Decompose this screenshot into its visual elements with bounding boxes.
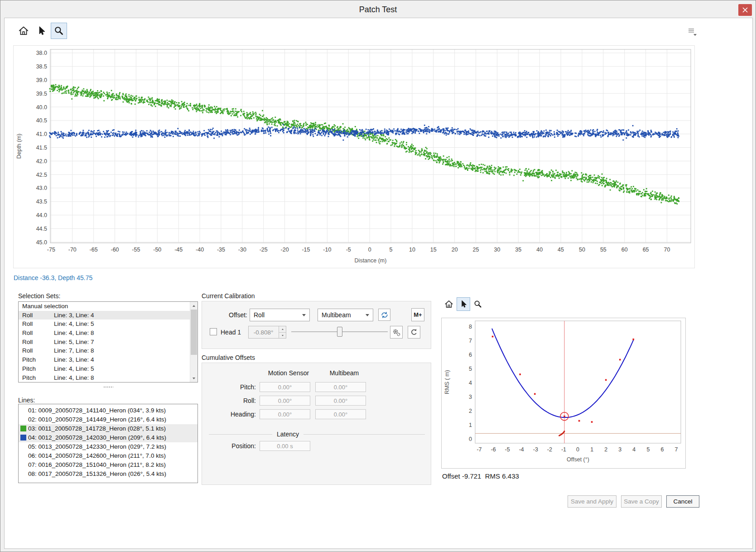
- chart-options-button[interactable]: [687, 27, 698, 37]
- selection-set-lines: Line: 4, Line: 8: [54, 329, 94, 338]
- rms-chart[interactable]: 012345678-7-6-5-4-3-2-101234567Offset (°…: [441, 318, 686, 469]
- position-latency-field: 0.00 s: [260, 441, 310, 451]
- line-item[interactable]: 01: 0009_20050728_141140_Heron (034°, 3.…: [19, 406, 197, 415]
- svg-text:20: 20: [452, 247, 458, 253]
- head-offset-spinbox[interactable]: -0.808°: [248, 326, 286, 339]
- pitch-motion-sensor-field: 0.00°: [260, 382, 310, 392]
- line-item[interactable]: 02: 0010_20050728_141449_Heron (216°, 6.…: [19, 415, 197, 424]
- selection-set-item[interactable]: RollLine: 4, Line: 5: [19, 320, 190, 329]
- home-button[interactable]: [15, 23, 32, 39]
- selection-set-item[interactable]: PitchLine: 4, Line: 8: [19, 373, 190, 383]
- svg-text:6: 6: [661, 446, 664, 453]
- svg-text:43.5: 43.5: [36, 199, 47, 205]
- home-icon: [18, 25, 29, 37]
- selection-set-item[interactable]: RollLine: 3, Line: 4: [19, 311, 190, 320]
- settings-button[interactable]: [390, 326, 403, 339]
- selection-set-type: Manual selection: [22, 302, 68, 311]
- triangle-down-icon: [193, 378, 195, 379]
- line-item[interactable]: 03: 0011_20050728_141728_Heron (028°, 5.…: [19, 424, 197, 433]
- line-item[interactable]: 06: 0014_20050728_142600_Heron (211°, 7.…: [19, 451, 197, 460]
- selection-sets-list[interactable]: Manual selectionRollLine: 3, Line: 4Roll…: [18, 301, 198, 383]
- svg-text:6: 6: [469, 352, 472, 358]
- selection-sets-rows: Manual selectionRollLine: 3, Line: 4Roll…: [19, 302, 190, 382]
- slider-thumb[interactable]: [337, 327, 342, 337]
- svg-text:3: 3: [469, 394, 472, 400]
- memory-add-button[interactable]: M+: [411, 308, 424, 321]
- depth-profile-chart[interactable]: 38.038.539.039.540.040.541.041.542.042.5…: [13, 45, 695, 268]
- svg-text:1: 1: [590, 446, 593, 453]
- triangle-up-icon: [282, 329, 284, 330]
- magnifier-icon: [473, 299, 483, 309]
- svg-text:-60: -60: [111, 247, 119, 253]
- svg-text:40: 40: [536, 247, 543, 253]
- head1-checkbox[interactable]: [210, 328, 217, 335]
- svg-text:-3: -3: [533, 446, 538, 453]
- svg-text:Distance (m): Distance (m): [355, 257, 387, 264]
- selection-set-item[interactable]: RollLine: 5, Line: 7: [19, 338, 190, 347]
- splitter-grip[interactable]: [103, 386, 113, 388]
- undo-icon: [409, 328, 419, 337]
- svg-text:45.0: 45.0: [36, 239, 47, 246]
- offset-target-value: Multibeam: [322, 311, 351, 319]
- rms-pointer-tool-button[interactable]: [457, 297, 470, 311]
- selection-set-item[interactable]: PitchLine: 4, Line: 5: [19, 364, 190, 373]
- offset-target-combobox[interactable]: Multibeam: [318, 309, 373, 321]
- selection-set-item[interactable]: Manual selection: [19, 302, 190, 311]
- line-item[interactable]: 05: 0013_20050728_142330_Heron (029°, 7.…: [19, 442, 197, 451]
- line-item[interactable]: 04: 0012_20050728_142030_Heron (209°, 6.…: [19, 433, 197, 442]
- selection-set-item[interactable]: RollLine: 4, Line: 8: [19, 329, 190, 338]
- rms-home-button[interactable]: [442, 297, 456, 311]
- latency-separator: Latency: [209, 431, 425, 438]
- selection-set-item[interactable]: PitchLine: 3, Line: 4: [19, 355, 190, 364]
- svg-text:3: 3: [618, 446, 621, 453]
- line-color-swatch: [20, 426, 26, 431]
- magnifier-icon: [53, 25, 65, 37]
- svg-text:-35: -35: [217, 247, 225, 253]
- depth-profile-plot: 38.038.539.039.540.040.541.041.542.042.5…: [14, 46, 694, 268]
- dialog-content: 38.038.539.039.540.040.541.041.542.042.5…: [4, 18, 753, 549]
- scroll-thumb[interactable]: [191, 310, 197, 355]
- offset-label: Offset:: [209, 311, 247, 319]
- rms-zoom-tool-button[interactable]: [471, 297, 485, 311]
- multibeam-column-header: Multibeam: [319, 369, 370, 377]
- save-a-copy-button[interactable]: Save a Copy: [621, 495, 662, 508]
- line-item-label: 02: 0010_20050728_141449_Heron (216°, 6.…: [28, 416, 166, 423]
- svg-text:-7: -7: [477, 446, 482, 453]
- motion-sensor-column-header: Motion Sensor: [263, 369, 314, 377]
- gears-icon: [391, 327, 401, 337]
- pointer-tool-button[interactable]: [33, 23, 49, 39]
- pitch-row: Pitch: 0.00° 0.00°: [209, 380, 371, 394]
- undo-button[interactable]: [408, 326, 420, 339]
- svg-text:38.5: 38.5: [36, 63, 47, 70]
- scroll-up-button[interactable]: [190, 302, 197, 310]
- offset-type-combobox[interactable]: Roll: [250, 309, 310, 321]
- svg-text:41.0: 41.0: [36, 131, 47, 137]
- line-item[interactable]: 08: 0017_20050728_151326_Heron (026°, 5.…: [19, 470, 197, 479]
- spin-up-button[interactable]: [279, 326, 286, 332]
- svg-text:44.5: 44.5: [36, 226, 47, 232]
- spin-down-button[interactable]: [279, 332, 286, 338]
- zoom-tool-button[interactable]: [51, 23, 67, 39]
- svg-text:-10: -10: [323, 247, 331, 253]
- svg-text:45: 45: [558, 247, 564, 253]
- line-item[interactable]: 07: 0016_20050728_151040_Heron (211°, 8.…: [19, 460, 197, 470]
- cancel-button[interactable]: Cancel: [666, 495, 699, 508]
- svg-text:42.0: 42.0: [36, 158, 47, 165]
- offset-slider[interactable]: [291, 326, 388, 337]
- svg-text:25: 25: [473, 247, 479, 253]
- lines-list[interactable]: 01: 0009_20050728_141140_Heron (034°, 3.…: [18, 404, 198, 483]
- svg-text:-75: -75: [47, 247, 55, 253]
- selection-sets-scrollbar[interactable]: [190, 302, 197, 382]
- refresh-button[interactable]: [378, 309, 390, 321]
- svg-text:15: 15: [430, 247, 437, 253]
- save-and-apply-button[interactable]: Save and Apply: [568, 495, 616, 508]
- svg-text:-70: -70: [68, 247, 77, 253]
- close-button[interactable]: [738, 4, 752, 16]
- svg-text:39.0: 39.0: [36, 77, 47, 83]
- scroll-down-button[interactable]: [190, 374, 197, 382]
- selection-set-lines: Line: 3, Line: 4: [54, 311, 94, 320]
- line-item-label: 03: 0011_20050728_141728_Heron (028°, 5.…: [28, 425, 166, 432]
- svg-text:Offset (°): Offset (°): [567, 456, 589, 463]
- chevron-down-icon: [302, 314, 306, 316]
- selection-set-item[interactable]: RollLine: 7, Line: 8: [19, 346, 190, 355]
